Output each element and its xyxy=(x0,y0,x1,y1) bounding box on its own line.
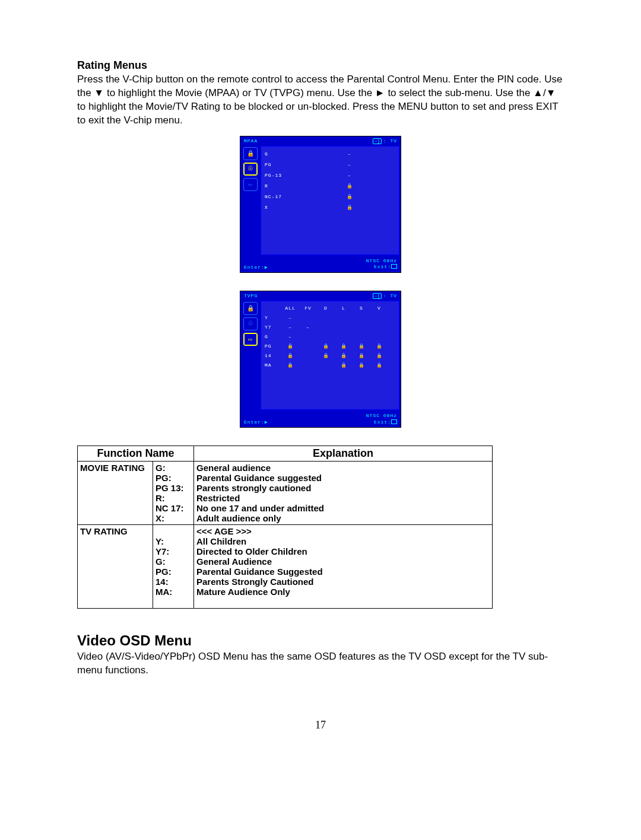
mpaa-row[interactable]: PG-13– xyxy=(265,170,395,181)
input-icon: →] xyxy=(373,138,381,144)
tvpg-cell: 🔒 xyxy=(335,362,353,368)
movie-rating-label: MOVIE RATING xyxy=(78,462,153,525)
mpaa-row[interactable]: G– xyxy=(265,149,395,160)
input-icon: →] xyxy=(373,293,381,299)
tv-codes-cell: Y:Y7:G:PG:14:MA: xyxy=(153,525,194,609)
tvpg-enter-hint: Enter:▶ xyxy=(244,419,268,425)
tv-exp: Parental Guidance Suggested xyxy=(196,567,490,577)
tvpg-cell: 🔒 xyxy=(353,362,370,368)
tv-age-header: <<< AGE >>> xyxy=(196,526,490,536)
tvpg-tab-icon[interactable]: ▭ xyxy=(243,178,258,191)
tvpg-row[interactable]: PG🔒🔒🔒🔒🔒 xyxy=(265,342,395,351)
mpaa-row-status: – xyxy=(345,151,354,157)
mpaa-row[interactable]: X🔒 xyxy=(265,202,395,213)
tv-rating-label: TV RATING xyxy=(78,525,153,609)
movie-code: X: xyxy=(156,513,191,523)
mpaa-row[interactable]: R🔒 xyxy=(265,181,395,192)
mpaa-row-label: PG-13 xyxy=(265,173,300,178)
movie-exp: Parental Guidance suggested xyxy=(196,473,490,483)
mpaa-row-status: 🔒 xyxy=(345,183,354,189)
tvpg-cell: – xyxy=(281,334,299,339)
tvpg-col-header: FV xyxy=(299,306,317,311)
tvpg-signal: NTSC 60Hz xyxy=(366,413,397,418)
tv-exp: Mature Audience Only xyxy=(196,587,490,597)
tvpg-row-label: PG xyxy=(265,343,281,349)
movie-code: PG: xyxy=(156,473,191,483)
mpaa-content: G–PG–PG-13–R🔒NC-17🔒X🔒 xyxy=(261,146,399,255)
tv-code: PG: xyxy=(156,567,191,577)
tvpg-row[interactable]: 14🔒🔒🔒🔒🔒 xyxy=(265,351,395,361)
tvpg-row-label: Y xyxy=(265,315,281,320)
tvpg-osd-panel: TVPG →] : TV 🔒 ⦾ ▭ ALLFVDLSVY–Y7––G–PG🔒🔒… xyxy=(240,291,401,428)
mpaa-row-status: – xyxy=(345,162,354,167)
video-osd-paragraph: Video (AV/S-Video/YPbPr) OSD Menu has th… xyxy=(77,650,564,677)
tvpg-content: ALLFVDLSVY–Y7––G–PG🔒🔒🔒🔒🔒14🔒🔒🔒🔒🔒MA🔒🔒🔒🔒 xyxy=(261,301,399,410)
mpaa-row-label: G xyxy=(265,151,300,157)
mpaa-row[interactable]: NC-17🔒 xyxy=(265,192,395,202)
exit-icon xyxy=(391,264,397,269)
mpaa-row-status: – xyxy=(345,173,354,178)
tv-code: MA: xyxy=(156,587,191,597)
tvpg-col-header: L xyxy=(335,306,353,311)
tvpg-tv-label: : TV xyxy=(383,293,397,298)
tvpg-sidebar: 🔒 ⦾ ▭ xyxy=(240,301,261,411)
movie-exps-cell: General audienceParental Guidance sugges… xyxy=(194,462,493,525)
tvpg-osd-title: TVPG xyxy=(244,293,258,298)
tvpg-cell: 🔒 xyxy=(353,343,370,349)
lock-tab-icon[interactable]: 🔒 xyxy=(243,147,258,160)
tvpg-tab-icon[interactable]: ▭ xyxy=(243,333,258,346)
tvpg-row[interactable]: Y7–– xyxy=(265,323,395,332)
page-number: 17 xyxy=(77,719,564,731)
ratings-table: Function Name Explanation MOVIE RATING G… xyxy=(77,446,493,609)
tvpg-cell: 🔒 xyxy=(317,343,335,349)
tvpg-col-header: V xyxy=(370,306,388,311)
mpaa-tab-icon[interactable]: ⦾ xyxy=(243,317,258,330)
tvpg-col-header: D xyxy=(317,306,335,311)
tvpg-cell: – xyxy=(299,324,317,330)
mpaa-row[interactable]: PG– xyxy=(265,160,395,170)
movie-exp: Adult audience only xyxy=(196,513,490,523)
mpaa-row-label: NC-17 xyxy=(265,194,300,199)
tvpg-osd-source: →] : TV xyxy=(373,293,397,299)
mpaa-signal: NTSC 60Hz xyxy=(366,258,397,263)
tvpg-exit-hint: Exit: xyxy=(374,419,397,425)
tvpg-cell: 🔒 xyxy=(370,353,388,358)
mpaa-row-status: 🔒 xyxy=(345,205,354,210)
tvpg-row[interactable]: Y– xyxy=(265,313,395,323)
rating-menus-heading: Rating Menus xyxy=(77,59,564,72)
movie-code: NC 17: xyxy=(156,503,191,513)
tv-code: 14: xyxy=(156,577,191,587)
table-header-explanation: Explanation xyxy=(194,446,493,462)
mpaa-row-label: R xyxy=(265,183,300,189)
mpaa-row-status: 🔒 xyxy=(345,194,354,199)
mpaa-tv-label: : TV xyxy=(383,138,397,144)
movie-exp: General audience xyxy=(196,463,490,473)
mpaa-sidebar: 🔒 ⦾ ▭ xyxy=(240,146,261,256)
mpaa-row-label: PG xyxy=(265,162,300,167)
movie-codes-cell: G:PG:PG 13:R:NC 17:X: xyxy=(153,462,194,525)
movie-code: G: xyxy=(156,463,191,473)
mpaa-exit-hint: Exit: xyxy=(374,264,397,269)
tvpg-row[interactable]: G– xyxy=(265,332,395,342)
mpaa-row-label: X xyxy=(265,205,300,210)
tvpg-cell: 🔒 xyxy=(353,353,370,358)
tvpg-row[interactable]: MA🔒🔒🔒🔒 xyxy=(265,361,395,370)
mpaa-enter-hint: Enter:▶ xyxy=(244,265,268,270)
tv-exps-cell: <<< AGE >>>All ChildrenDirected to Older… xyxy=(194,525,493,609)
mpaa-tab-icon[interactable]: ⦾ xyxy=(243,163,258,176)
tvpg-col-header: S xyxy=(353,306,370,311)
rating-menus-paragraph: Press the V-Chip button on the remote co… xyxy=(77,73,564,128)
tvpg-cell: 🔒 xyxy=(335,353,353,358)
tv-exp: General Audience xyxy=(196,556,490,567)
lock-tab-icon[interactable]: 🔒 xyxy=(243,302,258,315)
mpaa-osd-panel: MPAA →] : TV 🔒 ⦾ ▭ G–PG–PG-13–R🔒NC-17🔒X🔒… xyxy=(240,136,401,273)
movie-code: R: xyxy=(156,493,191,503)
tv-exp: All Children xyxy=(196,536,490,546)
tvpg-cell: 🔒 xyxy=(281,362,299,368)
movie-exp: No one 17 and under admitted xyxy=(196,503,490,513)
tvpg-cell: 🔒 xyxy=(317,353,335,358)
tv-exp: Directed to Older Children xyxy=(196,546,490,556)
tvpg-header-row: ALLFVDLSV xyxy=(265,304,395,313)
tv-code: Y7: xyxy=(156,546,191,556)
tvpg-cell: 🔒 xyxy=(281,353,299,358)
